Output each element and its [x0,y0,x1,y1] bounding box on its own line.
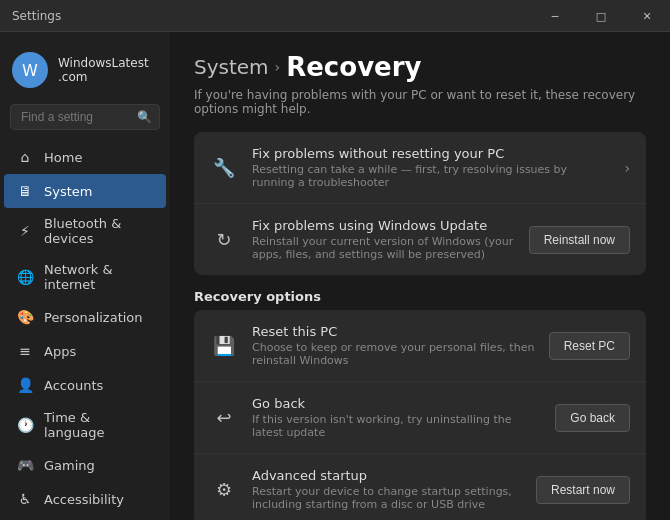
fix-row-2: ↻ Fix problems using Windows Update Rein… [194,204,646,275]
go-back-title: Go back [252,396,541,411]
minimize-button[interactable]: ─ [532,0,578,32]
close-button[interactable]: ✕ [624,0,670,32]
go-back-subtitle: If this version isn't working, try unins… [252,413,541,439]
apps-icon: ≡ [16,342,34,360]
sidebar-item-label: Gaming [44,458,95,473]
sidebar-item-gaming[interactable]: 🎮 Gaming [4,448,166,482]
reset-pc-icon: 💾 [210,332,238,360]
reset-pc-text: Reset this PC Choose to keep or remove y… [252,324,535,367]
sidebar-item-label: Bluetooth & devices [44,216,154,246]
maximize-button[interactable]: □ [578,0,624,32]
fix-section-card: 🔧 Fix problems without resetting your PC… [194,132,646,275]
fix-row-1[interactable]: 🔧 Fix problems without resetting your PC… [194,132,646,204]
breadcrumb-parent[interactable]: System [194,55,269,79]
fix-windows-update-action: Reinstall now [529,226,630,254]
sidebar-item-privacy[interactable]: 🔒 Privacy & security [4,516,166,520]
fix-troubleshoot-icon: 🔧 [210,154,238,182]
go-back-row: ↩ Go back If this version isn't working,… [194,382,646,454]
time-icon: 🕐 [16,416,34,434]
fix-windows-update-title: Fix problems using Windows Update [252,218,515,233]
sidebar-item-system[interactable]: 🖥 System [4,174,166,208]
recovery-options-heading: Recovery options [194,289,646,304]
reset-pc-row: 💾 Reset this PC Choose to keep or remove… [194,310,646,382]
sidebar-item-label: Accounts [44,378,103,393]
user-profile[interactable]: W WindowsLatest .com [0,44,170,104]
advanced-startup-row: ⚙ Advanced startup Restart your device t… [194,454,646,520]
advanced-startup-action: Restart now [536,476,630,504]
fix-windows-update-subtitle: Reinstall your current version of Window… [252,235,515,261]
reset-pc-subtitle: Choose to keep or remove your personal f… [252,341,535,367]
main-content: System › Recovery If you're having probl… [170,32,670,520]
app-container: W WindowsLatest .com 🔍 ⌂ Home 🖥 System ⚡… [0,32,670,520]
sidebar-item-bluetooth[interactable]: ⚡ Bluetooth & devices [4,208,166,254]
reset-pc-action: Reset PC [549,332,630,360]
breadcrumb: System › Recovery [194,52,646,82]
avatar: W [12,52,48,88]
system-icon: 🖥 [16,182,34,200]
gaming-icon: 🎮 [16,456,34,474]
sidebar-item-accessibility[interactable]: ♿ Accessibility [4,482,166,516]
sidebar: W WindowsLatest .com 🔍 ⌂ Home 🖥 System ⚡… [0,32,170,520]
go-back-action: Go back [555,404,630,432]
reset-pc-title: Reset this PC [252,324,535,339]
fix-troubleshoot-action: › [624,160,630,176]
sidebar-item-apps[interactable]: ≡ Apps [4,334,166,368]
sidebar-item-label: Home [44,150,82,165]
fix-windows-update-icon: ↻ [210,226,238,254]
network-icon: 🌐 [16,268,34,286]
advanced-startup-title: Advanced startup [252,468,522,483]
reset-pc-button[interactable]: Reset PC [549,332,630,360]
fix-troubleshoot-subtitle: Resetting can take a while — first, try … [252,163,610,189]
sidebar-item-label: Network & internet [44,262,154,292]
page-description: If you're having problems with your PC o… [194,88,646,116]
accounts-icon: 👤 [16,376,34,394]
search-box: 🔍 [10,104,160,130]
advanced-startup-icon: ⚙ [210,476,238,504]
restart-now-button[interactable]: Restart now [536,476,630,504]
reinstall-now-button[interactable]: Reinstall now [529,226,630,254]
search-icon: 🔍 [137,110,152,124]
sidebar-item-label: System [44,184,92,199]
go-back-button[interactable]: Go back [555,404,630,432]
fix-windows-update-text: Fix problems using Windows Update Reinst… [252,218,515,261]
recovery-options-card: 💾 Reset this PC Choose to keep or remove… [194,310,646,520]
advanced-startup-subtitle: Restart your device to change startup se… [252,485,522,511]
titlebar-title: Settings [12,9,61,23]
breadcrumb-chevron-icon: › [275,59,281,75]
titlebar: Settings ─ □ ✕ [0,0,670,32]
sidebar-item-time[interactable]: 🕐 Time & language [4,402,166,448]
sidebar-item-home[interactable]: ⌂ Home [4,140,166,174]
sidebar-item-label: Time & language [44,410,154,440]
personalization-icon: 🎨 [16,308,34,326]
accessibility-icon: ♿ [16,490,34,508]
go-back-icon: ↩ [210,404,238,432]
sidebar-item-label: Accessibility [44,492,124,507]
fix-troubleshoot-text: Fix problems without resetting your PC R… [252,146,610,189]
fix-troubleshoot-title: Fix problems without resetting your PC [252,146,610,161]
sidebar-item-accounts[interactable]: 👤 Accounts [4,368,166,402]
go-back-text: Go back If this version isn't working, t… [252,396,541,439]
sidebar-item-network[interactable]: 🌐 Network & internet [4,254,166,300]
advanced-startup-text: Advanced startup Restart your device to … [252,468,522,511]
titlebar-controls: ─ □ ✕ [532,0,670,31]
page-title: Recovery [286,52,421,82]
user-name: WindowsLatest .com [58,56,158,84]
chevron-right-icon: › [624,160,630,176]
bluetooth-icon: ⚡ [16,222,34,240]
sidebar-item-label: Personalization [44,310,143,325]
sidebar-item-label: Apps [44,344,76,359]
home-icon: ⌂ [16,148,34,166]
sidebar-item-personalization[interactable]: 🎨 Personalization [4,300,166,334]
